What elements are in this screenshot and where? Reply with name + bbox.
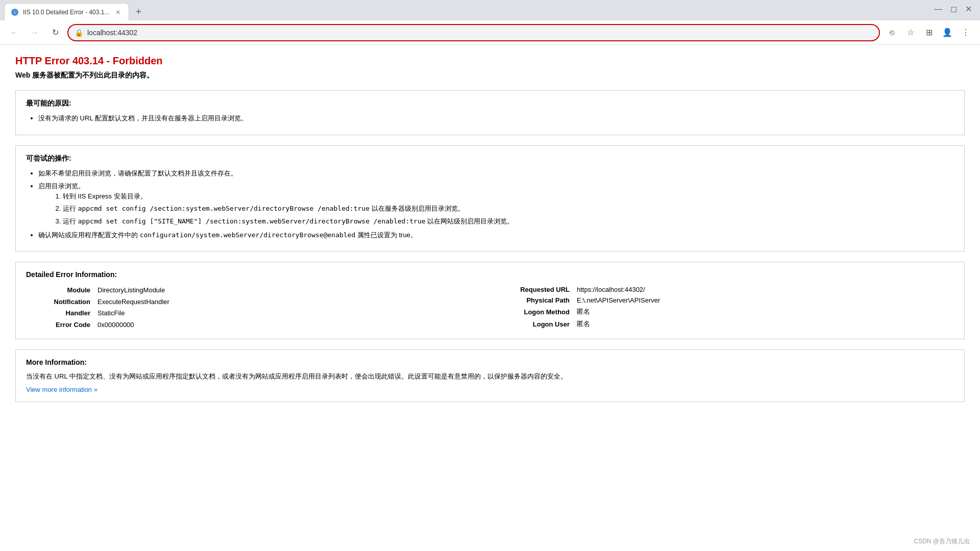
section-more-info: More Information: 当没有在 URL 中指定文档、没有为网站或应…: [15, 349, 965, 402]
detailed-error-columns: Module DirectoryListingModule Notificati…: [26, 284, 954, 331]
extensions-button[interactable]: ⊞: [921, 24, 937, 41]
sub-action-3: 运行 appcmd set config ["SITE_NAME"] /sect…: [63, 216, 954, 227]
label-handler: Handler: [27, 308, 93, 318]
label-logon-method: Logon Method: [506, 306, 573, 317]
label-notification: Notification: [27, 296, 93, 307]
value-handler: StaticFile: [94, 308, 474, 318]
bookmark-button[interactable]: ☆: [902, 24, 919, 41]
forward-icon: →: [31, 28, 39, 37]
sub-action-1: 转到 IIS Express 安装目录。: [63, 191, 954, 202]
label-physical-path: Physical Path: [506, 295, 573, 305]
value-module: DirectoryListingModule: [94, 285, 474, 295]
value-requested-url: https://localhost:44302/: [574, 285, 953, 294]
action-item-3: 确认网站或应用程序配置文件中的 configuration/system.web…: [38, 230, 954, 240]
label-error-code: Error Code: [27, 319, 93, 330]
new-tab-button[interactable]: +: [131, 5, 145, 19]
sub-action-list: 转到 IIS Express 安装目录。 运行 appcmd set confi…: [63, 191, 954, 227]
label-logon-user: Logon User: [506, 318, 573, 330]
lock-icon: 🔒: [75, 29, 83, 37]
section-causes: 最可能的原因: 没有为请求的 URL 配置默认文档，并且没有在服务器上启用目录浏…: [15, 90, 965, 135]
tab-close-button[interactable]: ×: [113, 8, 122, 17]
tab-title-text: IIS 10.0 Detailed Error - 403.1...: [23, 9, 109, 16]
address-bar-wrapper: 🔒: [67, 24, 880, 41]
window-minimize-button[interactable]: —: [934, 5, 942, 14]
detail-table-left: Module DirectoryListingModule Notificati…: [26, 284, 475, 331]
bookmark-icon: ☆: [907, 28, 914, 37]
detail-table-right: Requested URL https://localhost:44302/ P…: [505, 284, 954, 331]
more-info-link[interactable]: View more information »: [26, 386, 97, 393]
table-row: Physical Path E:\.net\APIServer\APIServe…: [506, 295, 953, 305]
watermark: CSDN @吾乃猪儿虫: [914, 537, 970, 546]
value-physical-path: E:\.net\APIServer\APIServer: [574, 295, 953, 305]
section-actions-list: 如果不希望启用目录浏览，请确保配置了默认文档并且该文件存在。 启用目录浏览。 转…: [38, 168, 954, 240]
extensions-icon: ⊞: [926, 28, 933, 37]
table-row: Error Code 0x00000000: [27, 319, 474, 330]
address-input[interactable]: [87, 29, 873, 37]
reload-button[interactable]: ↻: [47, 24, 63, 41]
error-title: HTTP Error 403.14 - Forbidden: [15, 55, 965, 67]
section-detailed-error: Detailed Error Information: Module Direc…: [15, 262, 965, 339]
value-logon-user: 匿名: [574, 318, 953, 330]
table-row: Module DirectoryListingModule: [27, 285, 474, 295]
value-logon-method: 匿名: [574, 306, 953, 317]
label-module: Module: [27, 285, 93, 295]
profile-button[interactable]: 👤: [939, 24, 955, 41]
window-maximize-button[interactable]: ◻: [950, 4, 957, 14]
section-detailed-heading: Detailed Error Information:: [26, 270, 954, 279]
back-icon: ←: [10, 28, 18, 37]
svg-text:!: !: [14, 10, 16, 15]
nav-right-actions: ⎋ ☆ ⊞ 👤 ⋮: [884, 24, 974, 41]
share-button[interactable]: ⎋: [884, 24, 900, 41]
label-requested-url: Requested URL: [506, 285, 573, 294]
profile-icon: 👤: [942, 28, 952, 37]
window-close-button[interactable]: ✕: [965, 4, 972, 14]
section-causes-heading: 最可能的原因:: [26, 99, 954, 108]
value-notification: ExecuteRequestHandler: [94, 296, 474, 307]
section-actions-heading: 可尝试的操作:: [26, 154, 954, 163]
cause-item-1: 没有为请求的 URL 配置默认文档，并且没有在服务器上启用目录浏览。: [38, 113, 954, 123]
table-row: Requested URL https://localhost:44302/: [506, 285, 953, 294]
forward-button[interactable]: →: [27, 24, 43, 41]
error-subtitle: Web 服务器被配置为不列出此目录的内容。: [15, 71, 965, 80]
sub-action-2: 运行 appcmd set config /section:system.web…: [63, 204, 954, 214]
menu-icon: ⋮: [962, 28, 970, 37]
back-button[interactable]: ←: [6, 24, 22, 41]
more-info-body: 当没有在 URL 中指定文档、没有为网站或应用程序指定默认文档，或者没有为网站或…: [26, 371, 954, 382]
table-row: Logon User 匿名: [506, 318, 953, 330]
table-row: Handler StaticFile: [27, 308, 474, 318]
value-error-code: 0x00000000: [94, 319, 474, 330]
page-content: HTTP Error 403.14 - Forbidden Web 服务器被配置…: [0, 45, 980, 551]
window-controls: — ◻ ✕: [934, 4, 972, 14]
section-more-info-heading: More Information:: [26, 358, 954, 366]
share-icon: ⎋: [890, 28, 895, 37]
action-item-2: 启用目录浏览。 转到 IIS Express 安装目录。 运行 appcmd s…: [38, 181, 954, 227]
navigation-bar: ← → ↻ 🔒 ⎋ ☆ ⊞ 👤 ⋮: [0, 20, 980, 45]
table-row: Notification ExecuteRequestHandler: [27, 296, 474, 307]
tab-favicon: !: [11, 8, 19, 16]
section-actions: 可尝试的操作: 如果不希望启用目录浏览，请确保配置了默认文档并且该文件存在。 启…: [15, 145, 965, 252]
browser-tab[interactable]: ! IIS 10.0 Detailed Error - 403.1... ×: [4, 3, 129, 20]
table-row: Logon Method 匿名: [506, 306, 953, 317]
action-item-1: 如果不希望启用目录浏览，请确保配置了默认文档并且该文件存在。: [38, 168, 954, 179]
menu-button[interactable]: ⋮: [958, 24, 974, 41]
section-causes-list: 没有为请求的 URL 配置默认文档，并且没有在服务器上启用目录浏览。: [38, 113, 954, 123]
reload-icon: ↻: [52, 28, 59, 37]
